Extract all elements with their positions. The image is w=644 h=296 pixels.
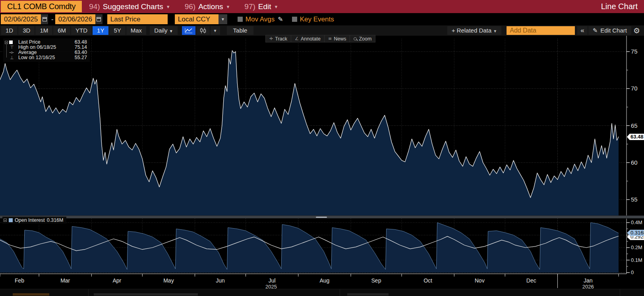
collapse-box-icon[interactable] [4,219,7,222]
clipped-text-fragment [13,293,49,296]
collapse-box-icon[interactable] [5,41,8,44]
chart-plot-area[interactable] [0,0,644,296]
x-axis-month-label: Feb [8,277,31,284]
zoom-button[interactable]: Zoom [350,35,375,42]
open-interest-value: 0.316M [47,217,64,223]
annotate-icon: ∠ [295,36,299,41]
x-axis-month-label: Aug [313,277,337,284]
tool-label: News [334,36,346,42]
clipped-text-fragment [347,293,389,296]
oi-axis-tick-label: 0 [631,269,634,275]
legend-row-3[interactable]: ⊥Low on 12/16/2555.27 [5,55,87,60]
legend-marker [5,52,17,53]
legend-marker: ⊥ [5,55,17,60]
open-interest-legend[interactable]: Open Interest 0.316M [2,217,66,224]
legend-marker: ⊤ [5,45,17,50]
last-price-callout: 63.48 [627,134,644,140]
track-button[interactable]: ✛Track [266,35,291,42]
x-axis-month-label: Apr [105,277,129,284]
bottom-status-strip [0,289,644,296]
x-axis-month-label: May [157,277,180,284]
average-marker-icon [9,52,14,53]
y-axis-tick-label: 65 [631,122,638,129]
x-axis-month-label: Nov [468,277,491,284]
x-axis-month-label: Sep [364,277,388,284]
oi-axis-tick-label: 0.4M [631,219,642,225]
tool-label: Zoom [359,36,371,42]
open-interest-swatch [9,218,13,222]
oi-axis-tick-label: 0.2M [631,244,642,250]
strip-divider [340,289,340,296]
y-axis-tick-label: 60 [631,159,638,166]
strip-divider [88,289,89,296]
news-icon: ≡ [328,36,332,41]
x-axis-month-label: Mar [53,277,77,284]
y-axis-tick-label: 70 [631,85,638,92]
legend-value: 55.27 [70,55,87,60]
strip-divider [620,289,620,296]
panel-divider[interactable] [0,215,644,219]
chart-tools-bar: ✛Track∠Annotate≡NewsZoom [265,35,375,42]
last-price-swatch [9,40,13,44]
x-axis-month-label: Jun [209,277,232,284]
y-axis-tick-label: 55 [631,196,638,203]
track-icon: ✛ [269,36,273,41]
x-axis-month-label: Jul [260,277,284,284]
legend-marker [5,40,17,44]
clipped-text-fragment [94,293,198,296]
legend-label: Low on 12/16/25 [17,55,70,60]
price-legend: Last Price63.48⊤High on 06/18/2575.14Ave… [3,38,90,62]
oi-primary-callout: 0.316M [627,230,644,236]
news-button[interactable]: ≡News [325,35,350,42]
x-axis-month-label: Dec [519,277,543,284]
tool-label: Track [275,36,287,42]
low-marker-icon: ⊥ [10,55,14,60]
x-axis-month-label: Oct [416,277,440,284]
open-interest-label: Open Interest [15,217,45,223]
high-marker-icon: ⊤ [10,45,14,50]
zoom-icon [354,37,357,40]
tool-label: Annotate [301,36,321,42]
panel-divider-handle[interactable] [316,217,327,218]
y-axis-tick-label: 75 [631,48,638,55]
annotate-button[interactable]: ∠Annotate [291,35,325,42]
oi-axis-tick-label: 0.1M [631,257,642,263]
x-axis-month-label: Jan [576,277,600,284]
